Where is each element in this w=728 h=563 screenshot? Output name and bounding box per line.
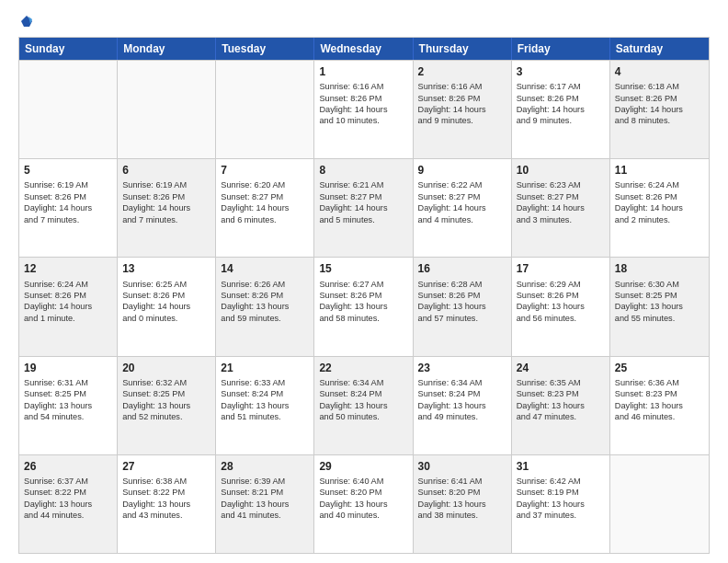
- day-info: Daylight: 14 hours: [418, 202, 506, 213]
- day-number: 17: [517, 261, 605, 276]
- day-info: Sunset: 8:24 PM: [418, 388, 506, 399]
- day-info: Sunset: 8:25 PM: [122, 388, 210, 399]
- day-number: 27: [122, 459, 210, 474]
- day-info: and 59 minutes.: [221, 313, 309, 324]
- day-number: 12: [24, 261, 112, 276]
- day-info: Daylight: 14 hours: [615, 104, 704, 115]
- day-info: and 9 minutes.: [418, 115, 506, 126]
- day-info: Sunrise: 6:19 AM: [24, 179, 112, 190]
- day-info: Sunrise: 6:29 AM: [517, 279, 605, 290]
- day-info: Sunset: 8:26 PM: [615, 191, 704, 202]
- day-info: and 0 minutes.: [122, 313, 210, 324]
- day-info: Sunrise: 6:26 AM: [221, 279, 309, 290]
- day-info: and 38 minutes.: [418, 510, 506, 521]
- day-info: Sunrise: 6:30 AM: [615, 279, 704, 290]
- calendar-week: 19Sunrise: 6:31 AMSunset: 8:25 PMDayligh…: [19, 356, 709, 454]
- day-info: Sunset: 8:25 PM: [24, 388, 112, 399]
- day-info: Sunset: 8:27 PM: [418, 191, 506, 202]
- day-info: and 57 minutes.: [418, 313, 506, 324]
- day-info: Sunrise: 6:36 AM: [615, 377, 704, 388]
- day-info: Sunset: 8:26 PM: [319, 290, 407, 301]
- day-info: Sunset: 8:24 PM: [221, 388, 309, 399]
- day-info: Sunrise: 6:32 AM: [122, 377, 210, 388]
- day-number: 2: [418, 64, 506, 79]
- day-info: Sunrise: 6:24 AM: [24, 279, 112, 290]
- day-info: Sunrise: 6:23 AM: [517, 179, 605, 190]
- calendar-cell: 22Sunrise: 6:34 AMSunset: 8:24 PMDayligh…: [314, 357, 413, 454]
- day-info: Daylight: 14 hours: [122, 202, 210, 213]
- calendar-cell: 28Sunrise: 6:39 AMSunset: 8:21 PMDayligh…: [216, 455, 314, 553]
- day-info: Daylight: 14 hours: [221, 202, 309, 213]
- day-info: Sunrise: 6:39 AM: [221, 476, 309, 487]
- day-info: Sunrise: 6:18 AM: [615, 81, 704, 92]
- day-number: 15: [319, 261, 407, 276]
- day-info: Daylight: 13 hours: [319, 499, 407, 510]
- day-info: Sunrise: 6:34 AM: [418, 377, 506, 388]
- day-number: 11: [615, 163, 704, 178]
- day-number: 26: [24, 459, 112, 474]
- day-info: Sunrise: 6:38 AM: [122, 476, 210, 487]
- logo: [18, 15, 33, 28]
- day-info: Sunset: 8:27 PM: [221, 191, 309, 202]
- calendar-week: 12Sunrise: 6:24 AMSunset: 8:26 PMDayligh…: [19, 257, 709, 355]
- calendar-cell: 4Sunrise: 6:18 AMSunset: 8:26 PMDaylight…: [610, 61, 709, 158]
- weekday-header: Monday: [118, 38, 216, 60]
- day-info: Sunset: 8:26 PM: [319, 93, 407, 104]
- day-info: Sunrise: 6:24 AM: [615, 179, 704, 190]
- day-info: Sunrise: 6:33 AM: [221, 377, 309, 388]
- calendar-cell: 27Sunrise: 6:38 AMSunset: 8:22 PMDayligh…: [118, 455, 216, 553]
- day-number: 8: [319, 163, 407, 178]
- day-info: Sunset: 8:20 PM: [319, 487, 407, 498]
- day-info: Daylight: 14 hours: [517, 202, 605, 213]
- day-number: 14: [221, 261, 309, 276]
- day-info: Sunset: 8:26 PM: [24, 191, 112, 202]
- logo-icon: [20, 15, 33, 28]
- day-info: Daylight: 14 hours: [615, 202, 704, 213]
- calendar-cell: 20Sunrise: 6:32 AMSunset: 8:25 PMDayligh…: [118, 357, 216, 454]
- day-number: 29: [319, 459, 407, 474]
- day-info: and 7 minutes.: [122, 214, 210, 225]
- day-info: Sunset: 8:26 PM: [122, 191, 210, 202]
- day-info: Daylight: 13 hours: [517, 499, 605, 510]
- day-info: Sunrise: 6:31 AM: [24, 377, 112, 388]
- calendar-cell: 14Sunrise: 6:26 AMSunset: 8:26 PMDayligh…: [216, 258, 314, 355]
- calendar-cell: 29Sunrise: 6:40 AMSunset: 8:20 PMDayligh…: [314, 455, 413, 553]
- day-info: and 55 minutes.: [615, 313, 704, 324]
- day-info: Daylight: 14 hours: [122, 301, 210, 312]
- day-info: Daylight: 13 hours: [122, 499, 210, 510]
- day-info: Daylight: 13 hours: [418, 400, 506, 411]
- day-info: Sunrise: 6:35 AM: [517, 377, 605, 388]
- day-info: and 6 minutes.: [221, 214, 309, 225]
- day-info: Daylight: 13 hours: [319, 400, 407, 411]
- day-info: Sunrise: 6:20 AM: [221, 179, 309, 190]
- calendar-cell: 8Sunrise: 6:21 AMSunset: 8:27 PMDaylight…: [314, 159, 413, 257]
- day-info: Daylight: 13 hours: [517, 400, 605, 411]
- day-info: and 8 minutes.: [615, 115, 704, 126]
- calendar-cell: [19, 61, 118, 158]
- calendar-cell: [118, 61, 216, 158]
- weekday-header: Saturday: [610, 38, 709, 60]
- day-number: 7: [221, 163, 309, 178]
- calendar-cell: 12Sunrise: 6:24 AMSunset: 8:26 PMDayligh…: [19, 258, 118, 355]
- day-info: and 54 minutes.: [24, 411, 112, 422]
- calendar-header: SundayMondayTuesdayWednesdayThursdayFrid…: [19, 38, 709, 60]
- calendar-cell: 15Sunrise: 6:27 AMSunset: 8:26 PMDayligh…: [314, 258, 413, 355]
- calendar-cell: 30Sunrise: 6:41 AMSunset: 8:20 PMDayligh…: [414, 455, 512, 553]
- day-info: Daylight: 13 hours: [221, 400, 309, 411]
- day-number: 22: [319, 361, 407, 375]
- day-number: 18: [615, 261, 704, 276]
- day-number: 1: [319, 64, 407, 79]
- day-info: and 51 minutes.: [221, 411, 309, 422]
- calendar-cell: 16Sunrise: 6:28 AMSunset: 8:26 PMDayligh…: [414, 258, 512, 355]
- day-info: Daylight: 14 hours: [517, 104, 605, 115]
- calendar-cell: 10Sunrise: 6:23 AMSunset: 8:27 PMDayligh…: [512, 159, 610, 257]
- day-number: 16: [418, 261, 506, 276]
- calendar: SundayMondayTuesdayWednesdayThursdayFrid…: [18, 37, 710, 554]
- day-info: Sunset: 8:26 PM: [517, 290, 605, 301]
- day-info: Sunset: 8:25 PM: [615, 290, 704, 301]
- day-info: Daylight: 14 hours: [319, 104, 407, 115]
- day-info: and 50 minutes.: [319, 411, 407, 422]
- day-info: Daylight: 13 hours: [615, 400, 704, 411]
- day-info: Daylight: 13 hours: [122, 400, 210, 411]
- day-info: Sunset: 8:26 PM: [418, 290, 506, 301]
